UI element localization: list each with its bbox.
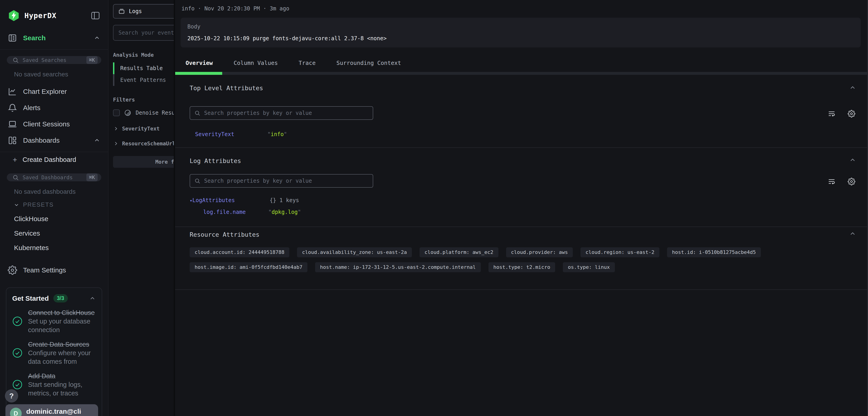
sidebar-item-dashboards[interactable]: Dashboards (0, 132, 108, 149)
resource-chip[interactable]: cloud.platform: aws_ec2 (420, 247, 498, 257)
top-level-actions (828, 110, 855, 118)
chevron-up-icon[interactable] (94, 35, 100, 41)
step-desc: Set up your database connection (28, 317, 96, 334)
resource-chip[interactable]: os.type: linux (563, 262, 615, 272)
presets-toggle[interactable]: PRESETS (13, 201, 108, 208)
event-search-placeholder: Search your event (119, 30, 174, 36)
resource-chip[interactable]: host.name: ip-172-31-12-5.us-east-2.comp… (315, 262, 481, 272)
check-circle-icon (12, 379, 23, 390)
tab-trace[interactable]: Trace (299, 60, 315, 66)
get-started-step-connect[interactable]: Connect to ClickHouse Set up your databa… (12, 308, 96, 334)
help-button[interactable]: ? (5, 389, 18, 403)
log-attributes-actions (828, 178, 855, 185)
saved-searches-input[interactable]: Saved Searches ⌘K (7, 56, 101, 64)
more-filters-button[interactable]: More filters (113, 156, 175, 168)
collapse-section-icon[interactable] (849, 84, 856, 91)
sidebar-item-chart-explorer[interactable]: Chart Explorer (0, 83, 108, 100)
gear-icon[interactable] (848, 178, 855, 185)
chevron-down-icon (13, 202, 20, 208)
divider (0, 49, 108, 50)
resource-chip[interactable]: cloud.region: us-east-2 (581, 247, 659, 257)
log-attributes-search-input[interactable]: Search properties by key or value (190, 174, 373, 188)
tab-overview[interactable]: Overview (186, 60, 213, 66)
resource-chip[interactable]: cloud.account.id: 244449518788 (190, 247, 289, 257)
attribute-key[interactable]: SeverityText (195, 131, 234, 138)
get-started-title: Get Started (12, 295, 49, 302)
saved-dashboards-input[interactable]: Saved Dashboards ⌘K (7, 173, 101, 181)
denoise-checkbox[interactable] (113, 110, 120, 116)
attribute-value[interactable]: "dpkg.log" (268, 209, 301, 215)
sidebar-item-label: Alerts (23, 104, 40, 112)
chevron-up-icon[interactable] (89, 295, 96, 302)
step-desc: Configure where your data comes from (28, 349, 96, 366)
get-started-header[interactable]: Get Started 3/3 (12, 294, 96, 302)
sidebar-item-search[interactable]: Search (0, 30, 108, 46)
tab-underline-track (175, 72, 867, 75)
chevron-right-icon (113, 141, 119, 147)
wrap-lines-icon[interactable] (828, 110, 835, 118)
attribute-value[interactable]: "info" (268, 131, 287, 138)
divider (175, 147, 867, 148)
gear-icon[interactable] (848, 110, 855, 118)
step-title: Add Data (28, 372, 96, 380)
analysis-mode-list: Results Table Event Patterns (113, 62, 174, 86)
sidebar-item-alerts[interactable]: Alerts (0, 100, 108, 116)
create-dashboard-button[interactable]: + Create Dashboard (0, 152, 108, 167)
tree-expand-toggle[interactable]: ▾ (190, 198, 192, 203)
resource-chip[interactable]: host.image.id: ami-0f5fcdfbd140e4ab7 (190, 262, 307, 272)
log-header: info · Nov 20 2:20:30 PM · 3m ago (182, 5, 289, 12)
section-title-resource-attributes: Resource Attributes (190, 231, 259, 238)
attribute-key: LogAttributes (192, 197, 235, 204)
sidebar-item-client-sessions[interactable]: Client Sessions (0, 116, 108, 132)
denoise-results-row[interactable]: Denoise Results (113, 109, 174, 117)
resource-chip[interactable]: host.type: t2.micro (489, 262, 555, 272)
log-body-card: Body 2025-10-22 10:15:09 purge fonts-dej… (181, 18, 861, 48)
line-chart-icon (8, 87, 17, 96)
search-icon (194, 178, 200, 184)
filter-group-severitytext[interactable]: SeverityText (113, 126, 174, 131)
question-mark-icon: ? (9, 392, 14, 400)
active-tab-underline (175, 72, 222, 75)
wrap-lines-icon[interactable] (828, 178, 835, 185)
tab-surrounding-context[interactable]: Surrounding Context (336, 60, 401, 66)
preset-clickhouse[interactable]: ClickHouse (14, 215, 108, 223)
mode-event-patterns[interactable]: Event Patterns (113, 74, 174, 86)
collapse-section-icon[interactable] (849, 156, 856, 164)
user-name: dominic.tran@clic... (26, 408, 81, 415)
filters-label: Filters (113, 97, 174, 102)
sidebar-collapse-icon[interactable] (90, 11, 100, 21)
create-dashboard-label: Create Dashboard (23, 156, 76, 164)
tab-column-values[interactable]: Column Values (234, 60, 278, 66)
body-text[interactable]: 2025-10-22 10:15:09 purge fonts-dejavu-c… (187, 35, 854, 41)
search-placeholder: Search properties by key or value (204, 110, 312, 116)
mode-results-table[interactable]: Results Table (113, 62, 174, 74)
sidebar-item-label: Client Sessions (23, 120, 70, 128)
resource-chip[interactable]: cloud.provider: aws (506, 247, 573, 257)
event-search-input[interactable]: Search your event (113, 25, 175, 41)
get-started-progress-badge: 3/3 (53, 294, 68, 302)
team-settings-label: Team Settings (23, 266, 66, 274)
user-menu[interactable]: D dominic.tran@clic... dominic.tran@clic… (5, 404, 98, 416)
resource-chip[interactable]: host.id: i-0510b81275acbe4d5 (667, 247, 761, 257)
attribute-key[interactable]: log.file.name (203, 209, 246, 215)
plus-icon: + (13, 156, 17, 164)
preset-kubernetes[interactable]: Kubernetes (14, 244, 108, 251)
get-started-step-sources[interactable]: Create Data Sources Configure where your… (12, 340, 96, 366)
chevron-up-icon[interactable] (94, 137, 100, 144)
collapse-section-icon[interactable] (849, 230, 856, 237)
section-title-log-attributes: Log Attributes (190, 157, 241, 165)
shortcut-badge: ⌘K (86, 173, 98, 181)
source-selector-button[interactable]: Logs (113, 4, 175, 19)
preset-services[interactable]: Services (14, 230, 108, 237)
resource-chip-row: cloud.account.id: 244449518788 cloud.ava… (190, 247, 761, 257)
sidebar: HyperDX Search Saved Searches ⌘K No save… (0, 0, 108, 416)
laptop-icon (8, 119, 17, 129)
denoise-label: Denoise Results (135, 110, 175, 116)
search-icon (12, 174, 19, 181)
get-started-step-add-data[interactable]: Add Data Start sending logs, metrics, or… (12, 372, 96, 397)
top-level-search-input[interactable]: Search properties by key or value (190, 106, 373, 120)
sidebar-item-team-settings[interactable]: Team Settings (0, 262, 108, 278)
tree-root-row[interactable]: ▾LogAttributes (190, 197, 235, 204)
filter-group-resourceschemaurl[interactable]: ResourceSchemaUrl (113, 141, 174, 147)
resource-chip[interactable]: cloud.availability_zone: us-east-2a (297, 247, 412, 257)
